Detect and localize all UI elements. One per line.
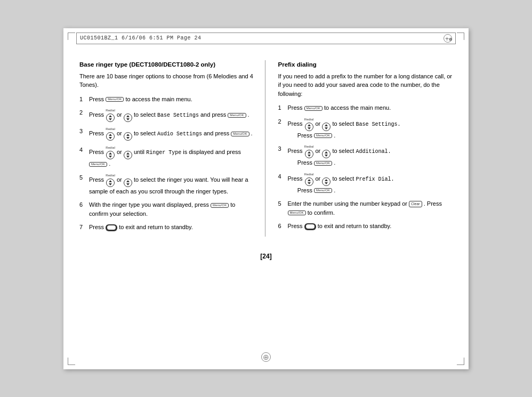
step-5-content: Press Redial or to select the ringer you…	[89, 173, 254, 196]
r-step-num-3: 3	[278, 144, 288, 153]
menu-ok-icon-l1: Menu/OK	[106, 97, 124, 102]
menu-ok-icon-l6: Menu/OK	[211, 203, 229, 208]
menu-ok-icon-r2: Menu/OK	[314, 133, 332, 138]
right-section-title: Prefix dialing	[278, 60, 453, 69]
step-2-content: Press Redial or to select Base Settings …	[89, 108, 254, 122]
r-step-num-5: 5	[278, 199, 288, 208]
step-num-3: 3	[79, 127, 89, 136]
left-step-2: 2 Press Redial or to select Base Setting…	[79, 108, 254, 122]
r-step-3-content: Press Redial or to select Additional. Pr…	[288, 144, 453, 167]
left-step-3: 3 Press Redial or to select Audio Settin…	[79, 127, 254, 141]
right-step-6: 6 Press to exit and return to standby.	[278, 222, 453, 231]
page-number: [24]	[79, 253, 453, 260]
right-step-3: 3 Press Redial or to select Additional. …	[278, 144, 453, 167]
left-step-list: 1 Press Menu/OK to access the main menu.…	[79, 95, 254, 232]
corner-mark-br	[457, 358, 464, 365]
header-text: UC01501BZ_1 6/16/06 6:51 PM Page 24	[80, 35, 439, 41]
clear-icon-r5: Clear	[409, 201, 422, 208]
step-1-content: Press Menu/OK to access the main menu.	[89, 95, 254, 104]
mono-text-r4: Prefix Dial.	[356, 176, 394, 182]
header-circle: ⊕	[444, 34, 452, 43]
r-step-num-4: 4	[278, 172, 288, 181]
r-step-num-2: 2	[278, 117, 288, 126]
mono-text-r2: Base Settings.	[356, 121, 400, 127]
mono-text-r3: Additional.	[356, 149, 391, 155]
right-step-2: 2 Press Redial or to select Base Setting…	[278, 117, 453, 140]
step-num-1: 1	[79, 95, 89, 104]
header-crosshair-icon: ⊕	[445, 36, 450, 41]
left-step-7: 7 Press to exit and return to standby.	[79, 223, 254, 232]
r-step-1-content: Press Menu/OK to access the main menu.	[288, 103, 453, 112]
header-bar: UC01501BZ_1 6/16/06 6:51 PM Page 24 ⊕	[76, 33, 456, 44]
r-step-4-content: Press Redial or to select Prefix Dial. P…	[288, 172, 453, 195]
r-step-5-content: Enter the number using the number keypad…	[288, 199, 453, 217]
menu-ok-icon-l3: Menu/OK	[231, 132, 249, 136]
nav-up-icon-l4: Redial	[106, 145, 115, 159]
nav-up-icon-l5: Redial	[106, 173, 115, 187]
nav-up-icon-l2: Redial	[106, 108, 115, 122]
mono-text-l2: Base Settings	[157, 112, 199, 118]
left-step-1: 1 Press Menu/OK to access the main menu.	[79, 95, 254, 104]
nav-down-icon-l3	[124, 127, 132, 141]
step-num-5: 5	[79, 173, 89, 182]
step-num-6: 6	[79, 200, 89, 209]
r-step-6-content: Press to exit and return to standby.	[288, 222, 453, 231]
left-section-intro: There are 10 base ringer options to choo…	[79, 72, 254, 90]
step-4-content: Press Redial or until Ringer Type is dis…	[89, 145, 254, 168]
nav-down-icon-r2	[322, 117, 331, 131]
step-7-content: Press to exit and return to standby.	[89, 223, 254, 232]
menu-ok-icon-r5: Menu/OK	[288, 210, 306, 215]
menu-ok-icon-l2: Menu/OK	[228, 113, 246, 118]
right-step-5: 5 Enter the number using the number keyp…	[278, 199, 453, 217]
menu-ok-icon-r1: Menu/OK	[304, 106, 323, 111]
right-step-1: 1 Press Menu/OK to access the main menu.	[278, 103, 453, 112]
nav-up-icon-l3: Redial	[106, 127, 115, 141]
nav-up-icon-r4: Redial	[304, 172, 314, 186]
endcall-icon-r6	[304, 223, 316, 230]
crosshair-icon: ⊕	[263, 353, 269, 361]
menu-ok-icon-r3: Menu/OK	[314, 161, 332, 166]
left-step-5: 5 Press Redial or to select the ringer y…	[79, 173, 254, 196]
right-column: Prefix dialing If you need to add a pref…	[265, 60, 453, 237]
nav-down-icon-r3	[322, 144, 331, 158]
corner-mark-tr	[457, 33, 464, 40]
r-step-num-6: 6	[278, 222, 288, 231]
endcall-icon-l7	[106, 224, 117, 231]
menu-ok-icon-r4: Menu/OK	[314, 188, 332, 193]
bottom-crosshair: ⊕	[261, 352, 271, 362]
r-step-2-content: Press Redial or to select Base Settings.…	[288, 117, 453, 140]
content-area: Base ringer type (DECT1080/DECT1080-2 on…	[79, 60, 453, 237]
menu-ok-icon-l4: Menu/OK	[89, 162, 107, 167]
nav-down-icon-l5	[124, 173, 132, 187]
nav-up-icon-r2: Redial	[304, 117, 314, 131]
right-section-intro: If you need to add a prefix to the numbe…	[278, 72, 453, 99]
mono-text-l3: Audio Settings	[157, 131, 202, 137]
right-step-list: 1 Press Menu/OK to access the main menu.…	[278, 103, 453, 231]
left-step-4: 4 Press Redial or until Ringer Type is d…	[79, 145, 254, 168]
step-3-content: Press Redial or to select Audio Settings…	[89, 127, 254, 141]
nav-down-icon-l4	[124, 145, 132, 159]
r-step-num-1: 1	[278, 103, 288, 112]
step-num-4: 4	[79, 145, 89, 155]
nav-down-icon-r4	[322, 172, 331, 186]
mono-text-l4: Ringer Type	[146, 150, 181, 156]
left-step-6: 6 With the ringer type you want displaye…	[79, 200, 254, 218]
nav-down-icon-l2	[124, 108, 132, 122]
step-num-2: 2	[79, 108, 89, 117]
step-num-7: 7	[79, 223, 89, 232]
corner-mark-tl	[68, 33, 75, 40]
left-section-title: Base ringer type (DECT1080/DECT1080-2 on…	[79, 60, 254, 69]
step-6-content: With the ringer type you want displayed,…	[89, 200, 254, 218]
nav-up-icon-r3: Redial	[304, 144, 314, 158]
corner-mark-bl	[68, 358, 75, 365]
left-column: Base ringer type (DECT1080/DECT1080-2 on…	[79, 60, 265, 237]
right-step-4: 4 Press Redial or to select Prefix Dial.…	[278, 172, 453, 195]
page: UC01501BZ_1 6/16/06 6:51 PM Page 24 ⊕ Ba…	[63, 28, 469, 369]
